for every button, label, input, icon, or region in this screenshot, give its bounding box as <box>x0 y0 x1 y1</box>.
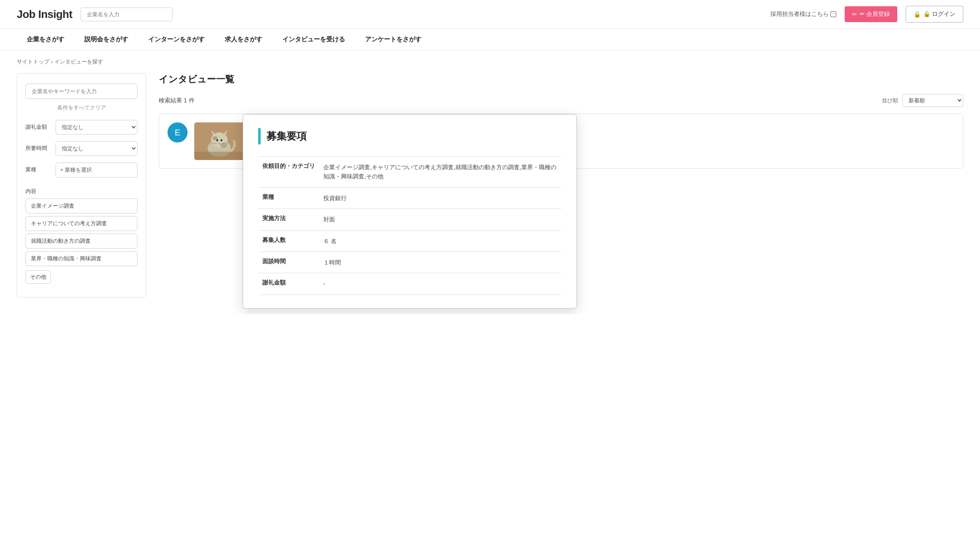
popup-title: 募集要項 <box>267 130 307 143</box>
site-logo: Job Insight <box>17 8 72 21</box>
row-label-0: 依頼目的・カテゴリ <box>258 157 319 188</box>
main-nav: 企業をさがす 説明会をさがす インターンをさがす 求人をさがす インタビューを受… <box>0 29 980 51</box>
popup-accent-bar <box>258 128 261 145</box>
content-tag-1[interactable]: キャリアについての考え方調査 <box>25 216 137 231</box>
industry-select-btn[interactable]: + 業種を選択 <box>56 163 137 178</box>
svg-rect-18 <box>194 152 244 160</box>
nav-item-jobs[interactable]: 求人をさがす <box>215 29 272 50</box>
row-label-2: 実施方法 <box>258 209 319 230</box>
nav-item-internships[interactable]: インターンをさがす <box>138 29 215 50</box>
breadcrumb: サイトトップ › インタビューを探す <box>0 51 980 73</box>
popup-panel: 募集要項 依頼目的・カテゴリ 企業イメージ調査,キャリアについての考え方調査,就… <box>243 114 577 309</box>
content-tag-0[interactable]: 企業イメージ調査 <box>25 198 137 213</box>
lock-icon: 🔒 <box>914 11 921 18</box>
result-count: 検索結果 1 件 <box>159 97 195 104</box>
content-label: 内容 <box>25 184 137 195</box>
clear-conditions-btn[interactable]: 条件をすべてクリア <box>25 104 137 112</box>
login-button[interactable]: 🔒 🔒 ログイン <box>906 6 963 23</box>
table-row: 実施方法 対面 <box>258 209 561 230</box>
row-label-3: 募集人数 <box>258 230 319 252</box>
sidebar: 条件をすべてクリア 謝礼金額 指定なし 所要時間 指定なし 業種 + 業種を選択… <box>17 73 146 297</box>
row-label-5: 謝礼金額 <box>258 273 319 295</box>
time-label: 所要時間 <box>25 141 51 152</box>
row-value-0: 企業イメージ調査,キャリアについての考え方調査,就職活動の動き方の調査,業界・職… <box>319 157 561 188</box>
row-label-4: 面談時間 <box>258 252 319 273</box>
pencil-icon: ✏ <box>852 11 857 18</box>
row-value-5: - <box>319 273 561 295</box>
table-row: 謝礼金額 - <box>258 273 561 295</box>
content-tag-2[interactable]: 就職活動の動き方の調査 <box>25 234 137 249</box>
interview-card[interactable]: E <box>159 114 963 169</box>
row-value-4: １時間 <box>319 252 561 273</box>
content-tag-4[interactable]: その他 <box>25 270 51 284</box>
breadcrumb-home[interactable]: サイトトップ <box>17 58 49 65</box>
breadcrumb-separator: › <box>51 58 54 65</box>
row-value-2: 対面 <box>319 209 561 230</box>
svg-point-17 <box>220 143 227 148</box>
register-button[interactable]: ✏ ✏ 会員登録 <box>845 6 897 22</box>
svg-point-10 <box>221 140 222 141</box>
sidebar-keyword-input[interactable] <box>25 84 137 99</box>
honorarium-label: 謝礼金額 <box>25 120 51 131</box>
sort-select[interactable]: 新着順 謝礼金額が高い順 所要時間が短い順 <box>902 94 963 107</box>
content-tag-3[interactable]: 業界・職種の知識・興味調査 <box>25 251 137 266</box>
nav-item-interviews[interactable]: インタビューを受ける <box>272 29 355 50</box>
row-value-3: ６ 名 <box>319 230 561 252</box>
nav-item-surveys[interactable]: アンケートをさがす <box>355 29 432 50</box>
company-logo: E <box>168 122 188 142</box>
page-title: インタビュー一覧 <box>159 73 963 86</box>
time-select[interactable]: 指定なし <box>56 141 137 156</box>
industry-label: 業種 <box>25 163 51 173</box>
sort-label: 並び順 <box>882 97 898 104</box>
nav-item-briefings[interactable]: 説明会をさがす <box>74 29 138 50</box>
svg-point-9 <box>217 140 218 141</box>
table-row: 面談時間 １時間 <box>258 252 561 273</box>
table-row: 業種 投資銀行 <box>258 187 561 208</box>
svg-point-16 <box>213 136 218 140</box>
header-search-input[interactable] <box>81 8 173 21</box>
table-row: 依頼目的・カテゴリ 企業イメージ調査,キャリアについての考え方調査,就職活動の動… <box>258 157 561 188</box>
row-label-1: 業種 <box>258 187 319 208</box>
result-area: インタビュー一覧 検索結果 1 件 並び順 新着順 謝礼金額が高い順 所要時間が… <box>159 73 963 297</box>
row-value-1: 投資銀行 <box>319 187 561 208</box>
recruiter-link[interactable]: 採用担当者様はこちら ↗ <box>770 10 836 18</box>
nav-item-companies[interactable]: 企業をさがす <box>17 29 74 50</box>
card-image <box>194 122 244 160</box>
breadcrumb-current: インタビューを探す <box>54 58 103 65</box>
honorarium-select[interactable]: 指定なし <box>56 120 137 135</box>
external-link-icon: ↗ <box>830 11 836 17</box>
table-row: 募集人数 ６ 名 <box>258 230 561 252</box>
popup-table: 依頼目的・カテゴリ 企業イメージ調査,キャリアについての考え方調査,就職活動の動… <box>258 156 561 295</box>
svg-point-11 <box>218 142 220 144</box>
